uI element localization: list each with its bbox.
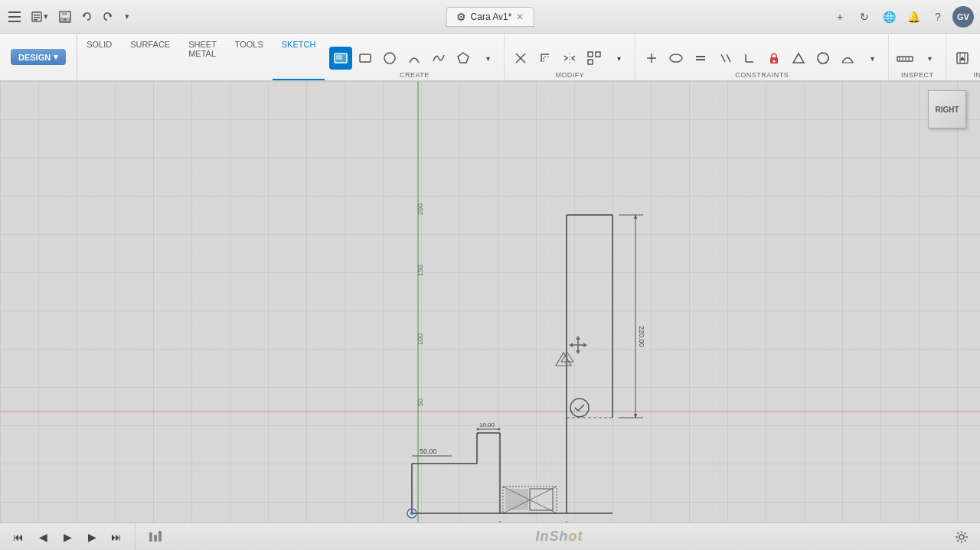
canvas-area[interactable]: 200 150 100 50 -250 -200 -150 -100 -50: [0, 81, 980, 522]
line-tool[interactable]: [329, 47, 352, 70]
more-menu[interactable]: ▾: [121, 10, 133, 23]
svg-marker-17: [458, 53, 469, 63]
divider-1: [135, 523, 136, 551]
parallel-tool[interactable]: [714, 47, 737, 70]
app-menu-icon[interactable]: [6, 8, 23, 25]
dimension-circle-tool[interactable]: [812, 47, 835, 70]
svg-line-30: [727, 54, 730, 62]
svg-rect-5: [34, 17, 40, 18]
modify-section: ▾ MODIFY: [505, 34, 635, 80]
rectangle-tool[interactable]: [354, 47, 377, 70]
modify-label: MODIFY: [555, 71, 584, 79]
svg-text:50: 50: [416, 399, 424, 406]
view-cube-label[interactable]: RIGHT: [928, 90, 966, 129]
sketch-canvas[interactable]: 200 150 100 50 -250 -200 -150 -100 -50: [0, 81, 980, 522]
spline-tool[interactable]: [427, 47, 450, 70]
svg-rect-52: [0, 81, 980, 522]
circle-tool[interactable]: [378, 47, 401, 70]
more-modify[interactable]: ▾: [607, 47, 630, 70]
pattern-tool[interactable]: [583, 47, 606, 70]
create-tools: ▾: [329, 47, 499, 70]
inspect-section: ▾ INSPECT: [889, 34, 946, 80]
more-create[interactable]: ▾: [476, 47, 499, 70]
tab-surface[interactable]: SURFACE: [121, 34, 179, 80]
titlebar: ▾ ▾ ⚙: [0, 0, 980, 34]
mode-tabs: SOLID SURFACE SHEET METAL TOOLS SKETCH: [77, 34, 325, 80]
inspect-tools: ▾: [893, 47, 941, 70]
design-arrow: ▾: [54, 52, 58, 62]
tab-sheet-metal[interactable]: SHEET METAL: [179, 34, 225, 80]
perpendicular-tool[interactable]: [738, 47, 761, 70]
modify-tools: ▾: [509, 47, 630, 70]
file-menu[interactable]: ▾: [28, 10, 52, 24]
svg-rect-8: [62, 11, 67, 15]
equal-tool[interactable]: [689, 47, 712, 70]
tab-solid[interactable]: SOLID: [77, 34, 121, 80]
svg-line-29: [721, 54, 725, 62]
svg-text:200: 200: [416, 203, 424, 215]
timeline-icon[interactable]: [145, 528, 166, 546]
svg-rect-14: [336, 55, 342, 60]
inspect-label: INSPECT: [901, 71, 934, 79]
svg-text:10.00: 10.00: [479, 421, 495, 428]
image-insert-tool[interactable]: [975, 47, 980, 70]
close-tab-icon[interactable]: ✕: [516, 11, 524, 22]
trim-tool[interactable]: [509, 47, 532, 70]
mirror-tool[interactable]: [558, 47, 581, 70]
toolbar: DESIGN ▾ SOLID SURFACE SHEET METAL TOOLS…: [0, 34, 980, 81]
triangle-tool[interactable]: [787, 47, 810, 70]
save-button[interactable]: [57, 8, 74, 25]
measure-tool[interactable]: [893, 47, 916, 70]
svg-point-34: [773, 60, 776, 63]
titlebar-left: ▾ ▾: [6, 8, 133, 25]
svg-marker-35: [793, 54, 804, 63]
tab-tools[interactable]: TOOLS: [226, 34, 273, 80]
ellipse-tool[interactable]: [665, 47, 688, 70]
next-frame-button[interactable]: ▶: [83, 528, 101, 546]
svg-text:100: 100: [416, 334, 424, 345]
lock-tool[interactable]: [763, 47, 786, 70]
globe-button[interactable]: 🌐: [879, 7, 899, 27]
svg-rect-75: [505, 489, 528, 510]
svg-rect-6: [34, 19, 38, 21]
bell-button[interactable]: 🔔: [903, 7, 923, 27]
user-avatar[interactable]: GV: [952, 6, 974, 28]
watermark: InShot: [536, 529, 583, 545]
titlebar-center: ⚙ Cara Av1* ✕: [446, 7, 534, 27]
settings-button[interactable]: [952, 528, 971, 546]
constraints-tools: ▾: [640, 47, 884, 70]
add-tab-button[interactable]: +: [830, 7, 850, 27]
offset-tool[interactable]: [534, 47, 557, 70]
design-label: DESIGN: [18, 53, 51, 62]
more-inspect[interactable]: ▾: [918, 47, 941, 70]
svg-rect-23: [588, 60, 593, 64]
titlebar-right: + ↻ 🌐 🔔 ? GV: [830, 6, 974, 28]
insert-tools: ▾: [951, 47, 980, 70]
svg-rect-15: [360, 54, 371, 62]
play-button[interactable]: ▶: [58, 528, 77, 546]
tangent-tool[interactable]: [836, 47, 859, 70]
arc-tool[interactable]: [403, 47, 426, 70]
svg-text:50.00: 50.00: [420, 447, 437, 455]
coincident-tool[interactable]: [640, 47, 663, 70]
svg-rect-2: [8, 21, 21, 22]
redo-button[interactable]: [100, 8, 116, 25]
insert-section: ▾ INSERT: [946, 34, 980, 80]
tab-title: Cara Av1*: [471, 11, 512, 22]
project-tool[interactable]: [951, 47, 974, 70]
svg-text:150: 150: [416, 265, 424, 276]
skip-back-button[interactable]: ⏮: [9, 528, 28, 546]
prev-frame-button[interactable]: ◀: [34, 528, 52, 546]
tab-sketch[interactable]: SKETCH: [273, 34, 325, 80]
undo-button[interactable]: [78, 8, 95, 25]
view-cube[interactable]: RIGHT: [928, 90, 971, 133]
skip-fwd-button[interactable]: ⏭: [107, 528, 126, 546]
polygon-tool[interactable]: [452, 47, 475, 70]
active-tab[interactable]: ⚙ Cara Av1* ✕: [446, 7, 534, 27]
help-button[interactable]: ?: [928, 7, 948, 27]
design-button[interactable]: DESIGN ▾: [11, 49, 66, 65]
create-section: ▾ CREATE: [325, 34, 505, 80]
create-label: CREATE: [400, 71, 430, 79]
refresh-button[interactable]: ↻: [854, 7, 874, 27]
more-constraints[interactable]: ▾: [861, 47, 884, 70]
